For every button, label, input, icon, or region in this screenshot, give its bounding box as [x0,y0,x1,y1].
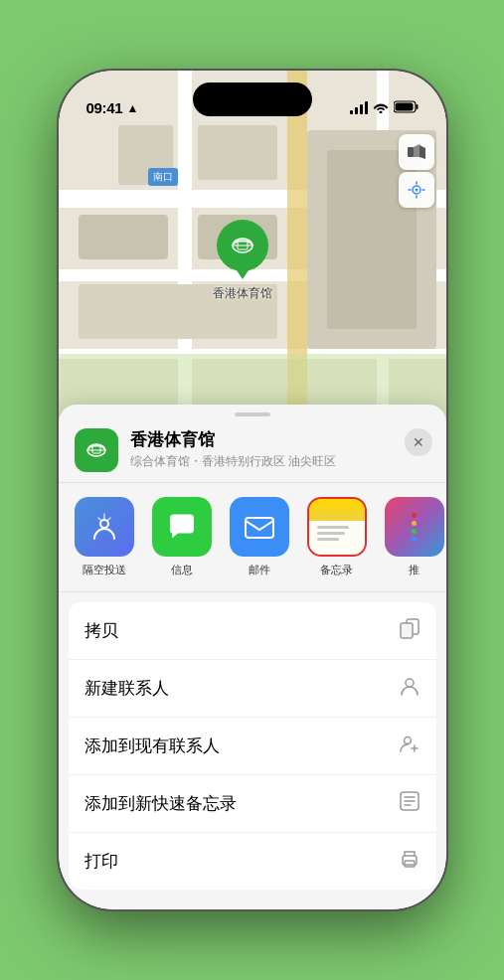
status-time: 09:41 [86,99,123,116]
action-new-contact[interactable]: 新建联系人 [69,660,436,718]
location-status-icon: ▲ [126,101,138,115]
map-controls [399,134,434,208]
notes-label: 备忘录 [320,563,353,577]
pin-circle [217,220,268,271]
svg-point-19 [404,737,411,744]
svg-rect-2 [416,104,418,109]
airdrop-icon [75,497,134,557]
map-block [198,125,277,180]
share-item-message[interactable]: 信息 [152,497,212,577]
svg-rect-1 [395,102,413,110]
signal-bar-2 [355,107,358,114]
svg-marker-4 [414,144,420,157]
share-row: 隔空投送 信息 [59,483,446,591]
venue-name: 香港体育馆 [130,428,430,451]
share-item-airdrop[interactable]: 隔空投送 [75,497,134,577]
map-label-nankou: 南口 [148,168,178,186]
more-dot-green [412,529,417,534]
more-share-label: 推 [409,563,420,577]
quick-note-icon [399,790,420,817]
add-contact-icon [399,733,420,759]
action-list: 拷贝 新建联系人 [69,602,436,890]
action-print[interactable]: 打印 [69,833,436,890]
location-button[interactable] [399,172,434,208]
more-icon [385,497,444,557]
map-block [79,215,168,259]
svg-rect-22 [405,861,415,867]
signal-bars [350,101,368,114]
map-type-button[interactable] [399,134,434,170]
wifi-icon [373,99,389,116]
message-icon [152,497,212,557]
action-quick-note-label: 添加到新快速备忘录 [84,792,237,815]
venue-icon [75,428,118,472]
notes-icon [307,497,367,557]
stadium-pin-label: 香港体育馆 [213,285,272,302]
svg-point-18 [406,679,414,687]
signal-bar-4 [365,101,368,114]
svg-marker-5 [420,145,425,159]
mail-label: 邮件 [249,563,270,577]
share-item-notes[interactable]: 备忘录 [307,497,367,577]
action-copy[interactable]: 拷贝 [69,602,436,660]
action-copy-label: 拷贝 [84,619,118,642]
more-dot-yellow [412,521,417,526]
action-add-existing-label: 添加到现有联系人 [84,735,220,757]
action-add-existing[interactable]: 添加到现有联系人 [69,718,436,775]
action-new-contact-label: 新建联系人 [84,677,169,700]
more-dot-red [412,513,417,518]
action-print-label: 打印 [84,850,118,873]
message-label: 信息 [171,563,193,577]
copy-icon [399,617,420,644]
share-item-mail[interactable]: 邮件 [230,497,289,577]
more-dot-blue [412,537,417,542]
dynamic-island [193,82,312,116]
phone-screen: 09:41 ▲ [59,71,446,909]
status-icons [350,99,419,116]
action-quick-note[interactable]: 添加到新快速备忘录 [69,775,436,833]
close-button[interactable]: ✕ [405,428,432,456]
svg-point-7 [415,189,418,192]
airdrop-label: 隔空投送 [83,563,126,577]
venue-info: 香港体育馆 综合体育馆・香港特别行政区 油尖旺区 [130,428,430,470]
bottom-sheet: 香港体育馆 综合体育馆・香港特别行政区 油尖旺区 ✕ [59,405,446,909]
new-contact-icon [399,675,420,702]
mail-icon [230,497,289,557]
signal-bar-3 [360,104,363,114]
stadium-pin[interactable]: 香港体育馆 [213,220,272,302]
share-item-more[interactable]: 推 [385,497,444,577]
venue-subtitle: 综合体育馆・香港特别行政区 油尖旺区 [130,453,430,470]
print-icon [399,848,420,875]
signal-bar-1 [350,110,353,114]
pin-dot [240,267,246,273]
venue-header: 香港体育馆 综合体育馆・香港特别行政区 油尖旺区 ✕ [59,416,446,482]
svg-rect-15 [246,518,273,538]
svg-rect-3 [408,147,414,157]
svg-rect-17 [401,623,413,638]
phone-frame: 09:41 ▲ [59,71,446,909]
battery-icon [394,100,419,116]
divider-2 [59,591,446,592]
